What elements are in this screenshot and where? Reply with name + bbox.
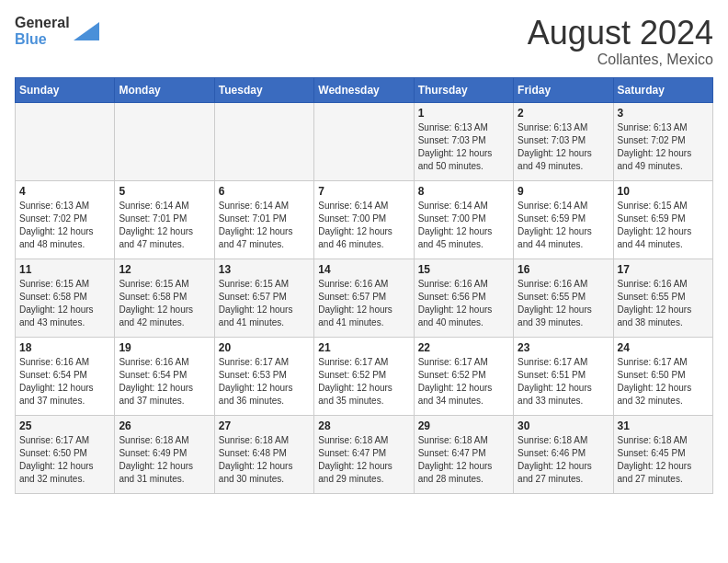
day-info: Sunrise: 6:14 AMSunset: 7:00 PMDaylight:… [318,201,392,249]
logo-blue: Blue [15,31,70,48]
calendar-cell: 20Sunrise: 6:17 AMSunset: 6:53 PMDayligh… [214,337,313,415]
title-block: August 2024 Collantes, Mexico [528,15,713,68]
day-number: 30 [518,419,609,432]
calendar-cell: 22Sunrise: 6:17 AMSunset: 6:52 PMDayligh… [414,337,513,415]
subtitle: Collantes, Mexico [528,52,713,68]
calendar-day-header: Thursday [414,77,513,102]
day-info: Sunrise: 6:13 AMSunset: 7:02 PMDaylight:… [618,122,692,171]
day-info: Sunrise: 6:17 AMSunset: 6:52 PMDaylight:… [318,357,392,406]
logo-general: General [15,15,70,31]
day-number: 25 [19,419,110,432]
calendar-cell [314,102,414,180]
day-info: Sunrise: 6:13 AMSunset: 7:03 PMDaylight:… [418,122,493,171]
page-header: General Blue August 2024 Collantes, Mexi… [15,15,713,68]
calendar-week-row: 11Sunrise: 6:15 AMSunset: 6:58 PMDayligh… [16,259,713,337]
day-info: Sunrise: 6:17 AMSunset: 6:50 PMDaylight:… [618,357,692,406]
day-info: Sunrise: 6:16 AMSunset: 6:54 PMDaylight:… [119,357,193,406]
calendar-cell: 30Sunrise: 6:18 AMSunset: 6:46 PMDayligh… [514,415,613,493]
calendar-week-row: 1Sunrise: 6:13 AMSunset: 7:03 PMDaylight… [16,102,713,180]
day-number: 19 [119,341,210,354]
calendar-cell: 18Sunrise: 6:16 AMSunset: 6:54 PMDayligh… [16,337,115,415]
day-number: 2 [518,107,609,120]
day-number: 29 [418,419,509,432]
day-number: 16 [518,263,609,276]
main-title: August 2024 [528,15,713,52]
day-info: Sunrise: 6:16 AMSunset: 6:55 PMDaylight:… [618,279,692,327]
day-number: 31 [618,419,709,432]
calendar-day-header: Monday [115,77,214,102]
day-info: Sunrise: 6:16 AMSunset: 6:54 PMDaylight:… [19,357,94,406]
day-number: 15 [418,263,509,276]
day-info: Sunrise: 6:15 AMSunset: 6:58 PMDaylight:… [119,279,193,327]
day-info: Sunrise: 6:17 AMSunset: 6:50 PMDaylight:… [19,435,94,484]
day-info: Sunrise: 6:14 AMSunset: 7:01 PMDaylight:… [119,201,193,249]
calendar-cell: 23Sunrise: 6:17 AMSunset: 6:51 PMDayligh… [514,337,613,415]
day-number: 7 [318,185,409,198]
day-number: 10 [618,185,709,198]
day-number: 3 [618,107,709,120]
day-number: 9 [518,185,609,198]
day-number: 1 [418,107,509,120]
day-number: 5 [119,185,210,198]
calendar-cell: 19Sunrise: 6:16 AMSunset: 6:54 PMDayligh… [115,337,214,415]
day-info: Sunrise: 6:15 AMSunset: 6:57 PMDaylight:… [219,279,293,327]
calendar-cell: 6Sunrise: 6:14 AMSunset: 7:01 PMDaylight… [214,180,313,259]
logo-arrow-icon [74,22,99,40]
calendar-cell [214,102,313,180]
day-number: 23 [518,341,609,354]
day-number: 13 [219,263,310,276]
day-number: 27 [219,419,310,432]
calendar-cell: 5Sunrise: 6:14 AMSunset: 7:01 PMDaylight… [115,180,214,259]
day-number: 4 [19,185,110,198]
calendar-day-header: Wednesday [314,77,414,102]
calendar-cell: 17Sunrise: 6:16 AMSunset: 6:55 PMDayligh… [613,259,712,337]
calendar-cell: 7Sunrise: 6:14 AMSunset: 7:00 PMDaylight… [314,180,414,259]
calendar-cell: 25Sunrise: 6:17 AMSunset: 6:50 PMDayligh… [16,415,115,493]
day-info: Sunrise: 6:16 AMSunset: 6:56 PMDaylight:… [418,279,493,327]
calendar-cell: 31Sunrise: 6:18 AMSunset: 6:45 PMDayligh… [613,415,712,493]
day-info: Sunrise: 6:18 AMSunset: 6:45 PMDaylight:… [618,435,692,484]
day-number: 26 [119,419,210,432]
day-info: Sunrise: 6:18 AMSunset: 6:48 PMDaylight:… [219,435,293,484]
day-info: Sunrise: 6:14 AMSunset: 7:00 PMDaylight:… [418,201,493,249]
calendar-cell: 11Sunrise: 6:15 AMSunset: 6:58 PMDayligh… [16,259,115,337]
calendar-day-header: Saturday [613,77,712,102]
calendar-cell: 1Sunrise: 6:13 AMSunset: 7:03 PMDaylight… [414,102,513,180]
day-number: 20 [219,341,310,354]
calendar-cell: 26Sunrise: 6:18 AMSunset: 6:49 PMDayligh… [115,415,214,493]
calendar-cell: 4Sunrise: 6:13 AMSunset: 7:02 PMDaylight… [16,180,115,259]
calendar-cell [115,102,214,180]
day-info: Sunrise: 6:13 AMSunset: 7:02 PMDaylight:… [19,201,94,249]
calendar-cell [16,102,115,180]
calendar-cell: 21Sunrise: 6:17 AMSunset: 6:52 PMDayligh… [314,337,414,415]
day-info: Sunrise: 6:17 AMSunset: 6:53 PMDaylight:… [219,357,293,406]
calendar-day-header: Friday [514,77,613,102]
calendar-cell: 28Sunrise: 6:18 AMSunset: 6:47 PMDayligh… [314,415,414,493]
day-number: 21 [318,341,409,354]
day-info: Sunrise: 6:18 AMSunset: 6:46 PMDaylight:… [518,435,592,484]
calendar-cell: 13Sunrise: 6:15 AMSunset: 6:57 PMDayligh… [214,259,313,337]
calendar-day-header: Tuesday [214,77,313,102]
calendar-week-row: 4Sunrise: 6:13 AMSunset: 7:02 PMDaylight… [16,180,713,259]
calendar-week-row: 18Sunrise: 6:16 AMSunset: 6:54 PMDayligh… [16,337,713,415]
day-info: Sunrise: 6:15 AMSunset: 6:59 PMDaylight:… [618,201,692,249]
logo: General Blue [15,15,99,47]
calendar-cell: 24Sunrise: 6:17 AMSunset: 6:50 PMDayligh… [613,337,712,415]
calendar-cell: 10Sunrise: 6:15 AMSunset: 6:59 PMDayligh… [613,180,712,259]
day-number: 28 [318,419,409,432]
calendar-header-row: SundayMondayTuesdayWednesdayThursdayFrid… [16,77,713,102]
calendar-cell: 16Sunrise: 6:16 AMSunset: 6:55 PMDayligh… [514,259,613,337]
day-info: Sunrise: 6:14 AMSunset: 7:01 PMDaylight:… [219,201,293,249]
day-number: 22 [418,341,509,354]
day-number: 11 [19,263,110,276]
calendar-cell: 3Sunrise: 6:13 AMSunset: 7:02 PMDaylight… [613,102,712,180]
day-info: Sunrise: 6:16 AMSunset: 6:55 PMDaylight:… [518,279,592,327]
calendar-day-header: Sunday [16,77,115,102]
day-info: Sunrise: 6:17 AMSunset: 6:51 PMDaylight:… [518,357,592,406]
calendar-cell: 15Sunrise: 6:16 AMSunset: 6:56 PMDayligh… [414,259,513,337]
calendar-cell: 9Sunrise: 6:14 AMSunset: 6:59 PMDaylight… [514,180,613,259]
day-number: 24 [618,341,709,354]
day-info: Sunrise: 6:14 AMSunset: 6:59 PMDaylight:… [518,201,592,249]
day-info: Sunrise: 6:18 AMSunset: 6:47 PMDaylight:… [318,435,392,484]
calendar-cell: 29Sunrise: 6:18 AMSunset: 6:47 PMDayligh… [414,415,513,493]
